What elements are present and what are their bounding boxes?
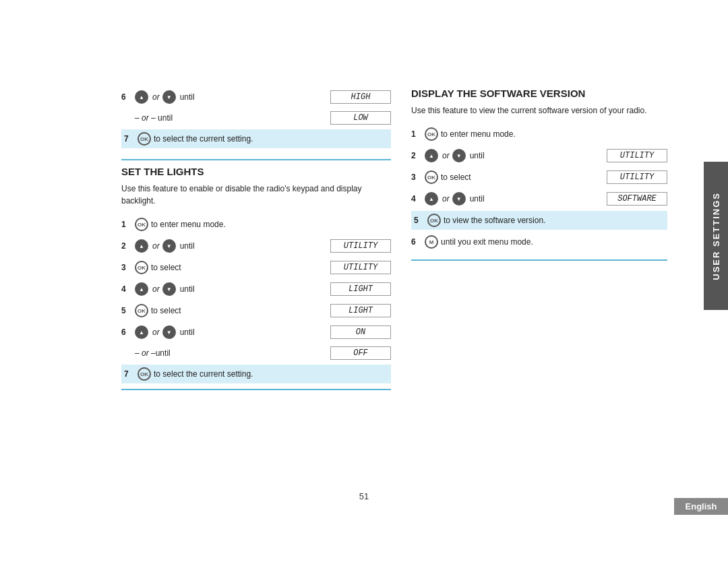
right-column: DISPLAY THE SOFTWARE VERSION Use this fe… xyxy=(411,88,667,396)
btn-ok-ds5: OK xyxy=(427,214,441,227)
ds-step-5: 5 OK to view the software version. xyxy=(411,211,667,230)
btn-down-sl4 xyxy=(162,282,176,296)
step-num-6: 6 xyxy=(121,92,132,102)
step-row-7: 7 OK to select the current setting. xyxy=(121,129,391,148)
sl-step-6-off: – or –until OFF xyxy=(121,344,391,362)
sl-step-3: 3 OK to select UTILITY xyxy=(121,258,391,277)
step-text-6b: – or – until xyxy=(135,113,324,123)
btn-ok-sl7: OK xyxy=(138,367,151,381)
page-number: 51 xyxy=(359,491,369,501)
ds-step-1: 1 OK to enter menu mode. xyxy=(411,125,667,144)
ds-step-6: 6 M until you exit menu mode. xyxy=(411,232,667,251)
step-row-6-low: – or – until LOW xyxy=(121,109,391,127)
display-software-title: DISPLAY THE SOFTWARE VERSION xyxy=(411,88,667,99)
sl-step-5: 5 OK to select LIGHT xyxy=(121,301,391,320)
set-lights-title: SET THE LIGHTS xyxy=(121,166,391,177)
side-tab-label: USER SETTINGS xyxy=(711,192,721,280)
display-software-desc: Use this feature to view the current sof… xyxy=(411,104,667,117)
main-content: 6 or until HIGH – or – until LOW xyxy=(121,88,688,396)
btn-up-icon-6 xyxy=(135,90,148,104)
sl-step-1: 1 OK to enter menu mode. xyxy=(121,215,391,234)
btn-down-ds2 xyxy=(452,149,466,162)
ds-step-2: 2 or until UTILITY xyxy=(411,146,667,165)
btn-ok-sl1: OK xyxy=(135,218,148,231)
english-tab: English xyxy=(674,498,728,515)
step-content-7: OK to select the current setting. xyxy=(138,132,391,146)
btn-ok-sl5: OK xyxy=(135,304,148,317)
btn-ok-icon-7: OK xyxy=(138,132,151,146)
blue-divider-left xyxy=(121,159,391,160)
step-row-6-high: 6 or until HIGH xyxy=(121,88,391,106)
btn-up-sl4 xyxy=(135,282,148,296)
btn-up-sl6 xyxy=(135,325,148,339)
page-container: USER SETTINGS English 51 6 or xyxy=(0,0,728,562)
btn-ok-ds1: OK xyxy=(425,127,438,141)
sl-step-2: 2 or until UTILITY xyxy=(121,237,391,255)
ds-step-3: 3 OK to select UTILITY xyxy=(411,168,667,187)
ds-step-4: 4 or until SOFTWARE xyxy=(411,189,667,208)
step-box-low: LOW xyxy=(330,111,391,125)
step-num-7: 7 xyxy=(124,134,135,144)
sl-step-6-on: 6 or until ON xyxy=(121,323,391,342)
side-tab: USER SETTINGS xyxy=(704,162,728,310)
btn-down-sl2 xyxy=(162,239,176,253)
set-lights-desc: Use this feature to enable or disable th… xyxy=(121,183,391,207)
btn-menu-ds6: M xyxy=(425,235,438,249)
btn-ok-ds3: OK xyxy=(425,170,438,184)
sl-step-7: 7 OK to select the current setting. xyxy=(121,365,391,383)
step-content-6: or until HIGH xyxy=(135,90,391,104)
step-text-6: until xyxy=(180,92,326,102)
btn-down-icon-6 xyxy=(162,90,176,104)
display-software-section: DISPLAY THE SOFTWARE VERSION Use this fe… xyxy=(411,88,667,261)
top-left-section: 6 or until HIGH – or – until LOW xyxy=(121,88,391,148)
btn-up-ds4 xyxy=(425,192,438,206)
step-text-7: to select the current setting. xyxy=(154,134,391,144)
btn-down-sl6 xyxy=(162,325,176,339)
btn-up-sl2 xyxy=(135,239,148,253)
step-box-high: HIGH xyxy=(330,90,391,104)
set-lights-section: SET THE LIGHTS Use this feature to enabl… xyxy=(121,166,391,390)
two-col-layout: 6 or until HIGH – or – until LOW xyxy=(121,88,688,396)
btn-down-ds4 xyxy=(452,192,466,206)
left-column: 6 or until HIGH – or – until LOW xyxy=(121,88,391,396)
blue-divider-right xyxy=(411,259,667,261)
blue-divider-left-bottom xyxy=(121,389,391,390)
english-label: English xyxy=(686,501,717,511)
btn-up-ds2 xyxy=(425,149,438,162)
sl-step-4: 4 or until LIGHT xyxy=(121,280,391,299)
btn-ok-sl3: OK xyxy=(135,261,148,274)
